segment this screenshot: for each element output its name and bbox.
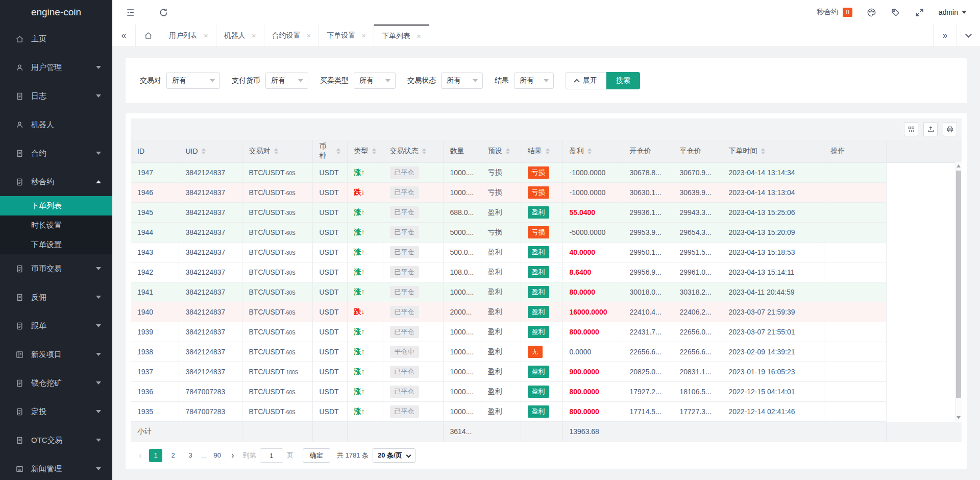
column-header-pair[interactable]: 交易对	[242, 140, 312, 162]
sort-icon[interactable]	[202, 148, 206, 154]
filter-select-pay-currency[interactable]: 所有	[265, 73, 308, 89]
close-icon[interactable]: ×	[416, 32, 421, 40]
cell-order-time: 2023-04-13 15:14:11	[722, 262, 824, 282]
sidebar-item-lock-mining[interactable]: 锁仓挖矿	[0, 369, 112, 397]
column-header-type[interactable]: 类型	[347, 140, 383, 162]
second-contract-notice[interactable]: 秒合约 0	[817, 8, 852, 17]
tab-order-list[interactable]: 下单列表×	[374, 25, 429, 46]
cell-action[interactable]	[824, 182, 886, 202]
expand-filters-button[interactable]: 展开	[566, 72, 606, 89]
sidebar-item-contracts[interactable]: 合约	[0, 139, 112, 167]
tab-contract-settings[interactable]: 合约设置×	[264, 25, 320, 46]
filter-select-trade-type[interactable]: 所有	[354, 73, 396, 89]
filter-select-result[interactable]: 所有	[514, 73, 554, 89]
goto-page-input[interactable]	[260, 448, 283, 463]
sort-icon[interactable]	[274, 148, 278, 154]
doc-icon	[15, 322, 24, 330]
scroll-up-arrow-icon[interactable]	[955, 164, 962, 167]
column-header-result[interactable]: 结果	[521, 140, 562, 162]
sort-icon[interactable]	[336, 148, 340, 154]
export-button[interactable]	[923, 122, 938, 136]
cell-action[interactable]	[824, 401, 886, 421]
page-number-3[interactable]: 3	[184, 449, 197, 462]
sort-icon[interactable]	[506, 148, 510, 154]
column-header-preset[interactable]: 预设	[481, 140, 521, 162]
scroll-down-arrow-icon[interactable]	[955, 416, 962, 419]
sidebar-item-user-management[interactable]: 用户管理	[0, 53, 112, 82]
tab-order-settings[interactable]: 下单设置×	[319, 25, 374, 46]
tabs-menu-button[interactable]	[957, 25, 980, 46]
filter-select-pair[interactable]: 所有	[166, 73, 220, 89]
cell-action[interactable]	[824, 282, 886, 302]
sidebar-item-robots[interactable]: 机器人	[0, 110, 112, 139]
prev-page-button[interactable]: ‹	[134, 451, 147, 460]
sort-icon[interactable]	[587, 148, 592, 154]
tab-user-list[interactable]: 用户列表×	[161, 25, 216, 46]
home-tab-button[interactable]	[136, 25, 161, 46]
cell-action[interactable]	[824, 162, 886, 182]
tabs-scroll-left-button[interactable]: «	[112, 25, 136, 46]
next-page-button[interactable]: ›	[226, 451, 239, 460]
menu-fold-icon[interactable]	[126, 8, 135, 17]
sidebar: engine-coin 主页用户管理日志机器人合约秒合约下单列表时长设置下单设置…	[0, 0, 112, 480]
filter-select-trade-status[interactable]: 所有	[441, 73, 483, 89]
print-button[interactable]	[943, 122, 957, 136]
sidebar-subitem-order-list[interactable]: 下单列表	[0, 196, 112, 215]
sort-icon[interactable]	[372, 148, 376, 154]
page-size-select[interactable]: 20 条/页	[373, 448, 415, 463]
refresh-icon[interactable]	[159, 8, 168, 17]
column-header-coin[interactable]: 币种	[312, 140, 347, 162]
search-button[interactable]: 搜索	[606, 72, 640, 89]
close-icon[interactable]: ×	[361, 31, 366, 40]
sidebar-item-new-projects[interactable]: 新发项目	[0, 340, 112, 369]
sidebar-item-home[interactable]: 主页	[0, 25, 112, 53]
cell-action[interactable]	[824, 342, 886, 362]
sidebar-item-rebate[interactable]: 反佣	[0, 283, 112, 311]
page-number-2[interactable]: 2	[166, 449, 180, 462]
fullscreen-icon[interactable]	[915, 8, 924, 17]
tabs-scroll-right-button[interactable]: »	[933, 25, 957, 46]
tag-icon[interactable]	[891, 8, 900, 17]
sort-icon[interactable]	[761, 148, 765, 154]
table-scrollbar[interactable]	[955, 162, 962, 421]
sidebar-item-auto-invest[interactable]: 定投	[0, 397, 112, 426]
cell-action[interactable]	[824, 222, 886, 242]
cell-action[interactable]	[824, 362, 886, 381]
sidebar-subitem-duration-settings[interactable]: 时长设置	[0, 215, 112, 235]
cell-action[interactable]	[824, 202, 886, 222]
sidebar-item-copy-trading[interactable]: 跟单	[0, 311, 112, 340]
column-header-uid[interactable]: UID	[179, 140, 242, 162]
column-label: 结果	[528, 147, 542, 156]
sidebar-item-news-management[interactable]: 新闻管理	[0, 454, 112, 480]
status-tag: 已平仓	[390, 286, 419, 298]
confirm-page-button[interactable]: 确定	[303, 448, 330, 463]
user-menu[interactable]: admin	[939, 8, 967, 16]
column-label: 交易状态	[390, 147, 419, 156]
sidebar-item-second-contracts[interactable]: 秒合约	[0, 167, 112, 196]
column-header-status[interactable]: 交易状态	[383, 140, 443, 162]
theme-palette-icon[interactable]	[867, 8, 876, 17]
cell-action[interactable]	[824, 242, 886, 262]
close-icon[interactable]: ×	[204, 31, 208, 40]
sidebar-item-spot-trading[interactable]: 币币交易	[0, 254, 112, 283]
cell-pair: BTC/USDT-30S	[242, 282, 312, 302]
page-number-1[interactable]: 1	[149, 449, 162, 462]
notice-label: 秒合约	[817, 8, 838, 17]
sidebar-item-logs[interactable]: 日志	[0, 82, 112, 110]
column-header-profit[interactable]: 盈利	[562, 140, 623, 162]
cell-action[interactable]	[824, 262, 886, 282]
cell-action[interactable]	[824, 381, 886, 401]
columns-setting-button[interactable]	[904, 122, 918, 136]
sidebar-item-otc-trading[interactable]: OTC交易	[0, 426, 112, 454]
page-number-90[interactable]: 90	[211, 449, 224, 462]
close-icon[interactable]: ×	[307, 31, 311, 40]
tab-robots[interactable]: 机器人×	[216, 25, 264, 46]
column-header-time[interactable]: 下单时间	[722, 140, 824, 162]
cell-action[interactable]	[824, 302, 886, 322]
cell-action[interactable]	[824, 322, 886, 342]
sidebar-subitem-order-settings[interactable]: 下单设置	[0, 235, 112, 254]
close-icon[interactable]: ×	[252, 31, 256, 40]
sort-icon[interactable]	[546, 148, 550, 154]
scrollbar-thumb[interactable]	[956, 171, 961, 398]
sort-icon[interactable]	[422, 148, 426, 154]
